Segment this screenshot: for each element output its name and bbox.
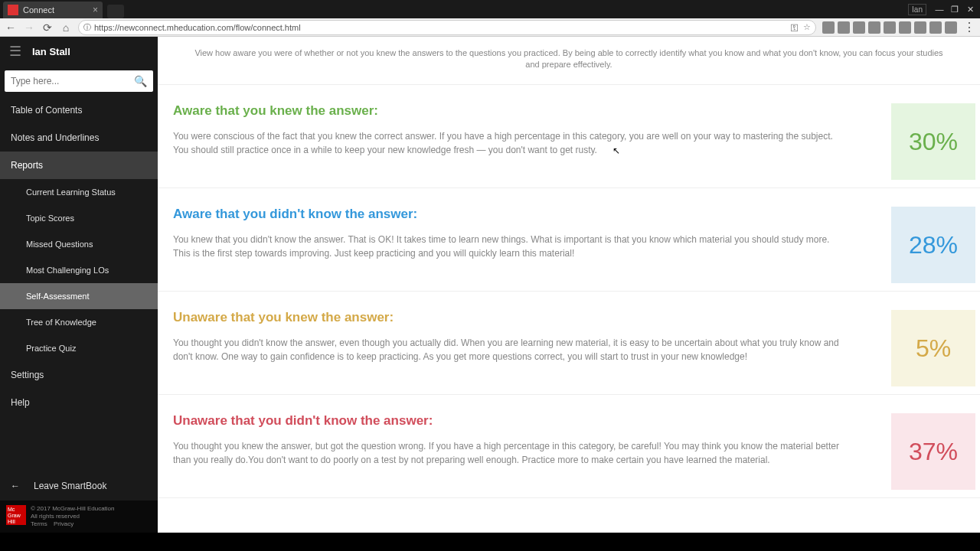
sidebar-sub-self-assessment[interactable]: Self-Assessment [0,283,158,309]
section-desc: You thought you knew the answer, but got… [173,439,839,467]
privacy-link[interactable]: Privacy [54,520,74,527]
mcgraw-hill-logo: McGrawHill [6,505,26,525]
back-icon[interactable]: ← [5,21,17,34]
url-text: https://newconnect.mheducation.com/flow/… [94,23,301,32]
sidebar-item-notes[interactable]: Notes and Underlines [0,124,158,152]
section-title: Aware that you didn't know the answer: [173,207,876,222]
section-unaware-didnt-know: Unaware that you didn't know the answer:… [158,395,980,498]
extension-icon[interactable] [899,21,911,34]
favicon-icon [8,5,18,15]
section-desc: You knew that you didn't know the answer… [173,233,839,260]
percent-badge: 28% [891,207,975,283]
leave-label: Leave SmartBook [34,481,106,491]
intro-text: View how aware you were of whether or no… [158,37,980,85]
home-icon[interactable]: ⌂ [60,21,72,34]
sidebar-item-settings[interactable]: Settings [0,361,158,389]
hamburger-icon[interactable]: ☰ [9,43,21,60]
star-icon[interactable]: ☆ [803,22,811,32]
extension-icon[interactable] [945,21,957,34]
extension-icon[interactable] [914,21,926,34]
browser-tab[interactable]: Connect × [3,2,103,18]
tab-close-icon[interactable]: × [93,5,98,15]
user-name: Ian Stall [32,46,70,57]
percent-badge: 30% [891,103,975,180]
sidebar-item-toc[interactable]: Table of Contents [0,96,158,124]
section-unaware-knew: Unaware that you knew the answer: You th… [158,292,980,395]
sidebar-sub-practice-quiz[interactable]: Practice Quiz [0,335,158,361]
section-title: Unaware that you didn't know the answer: [173,413,876,429]
search-icon[interactable]: 🔍 [134,75,147,87]
key-icon[interactable]: ⚿ [790,23,799,32]
extension-icon[interactable] [868,21,880,34]
arrow-left-icon: ← [11,481,20,491]
terms-link[interactable]: Terms [31,520,47,527]
sidebar-sub-challenging-los[interactable]: Most Challenging LOs [0,257,158,283]
close-window-icon[interactable]: ✕ [963,2,977,16]
user-badge[interactable]: Ian [908,4,926,15]
sidebar-sub-tree-knowledge[interactable]: Tree of Knowledge [0,309,158,335]
search-box[interactable]: 🔍 [5,70,153,92]
sidebar-sub-missed-questions[interactable]: Missed Questions [0,231,158,257]
section-aware-knew: Aware that you knew the answer: You were… [158,85,980,188]
extension-icon[interactable] [884,21,896,34]
maximize-icon[interactable]: ❐ [948,2,962,16]
reload-icon[interactable]: ⟳ [41,21,54,34]
section-title: Unaware that you knew the answer: [173,310,876,325]
extension-icon[interactable] [929,21,942,34]
sidebar-sub-current-learning[interactable]: Current Learning Status [0,179,158,205]
copyright-text: © 2017 McGraw-Hill Education All rights … [31,505,115,528]
address-bar[interactable]: ⓘ https://newconnect.mheducation.com/flo… [78,20,816,35]
percent-badge: 37% [891,413,975,490]
browser-menu-icon[interactable]: ⋮ [963,20,975,34]
main-content: View how aware you were of whether or no… [158,37,980,533]
section-desc: You were conscious of the fact that you … [173,129,839,157]
minimize-icon[interactable]: — [933,2,946,16]
section-title: Aware that you knew the answer: [173,103,876,119]
sidebar-item-reports[interactable]: Reports [0,152,158,179]
section-aware-didnt-know: Aware that you didn't know the answer: Y… [158,188,980,292]
extension-icon[interactable] [853,21,865,34]
percent-badge: 5% [891,310,975,386]
leave-smartbook-button[interactable]: ← Leave SmartBook [0,471,158,500]
search-input[interactable] [11,76,134,86]
tab-title: Connect [23,5,54,15]
extension-icon[interactable] [822,21,835,34]
sidebar-sub-topic-scores[interactable]: Topic Scores [0,205,158,231]
forward-icon: → [23,21,35,34]
extension-icon[interactable] [838,21,850,34]
sidebar-item-help[interactable]: Help [0,389,158,416]
section-desc: You thought you didn't know the answer, … [173,336,839,364]
new-tab-button[interactable] [107,5,124,18]
info-icon: ⓘ [83,22,91,33]
